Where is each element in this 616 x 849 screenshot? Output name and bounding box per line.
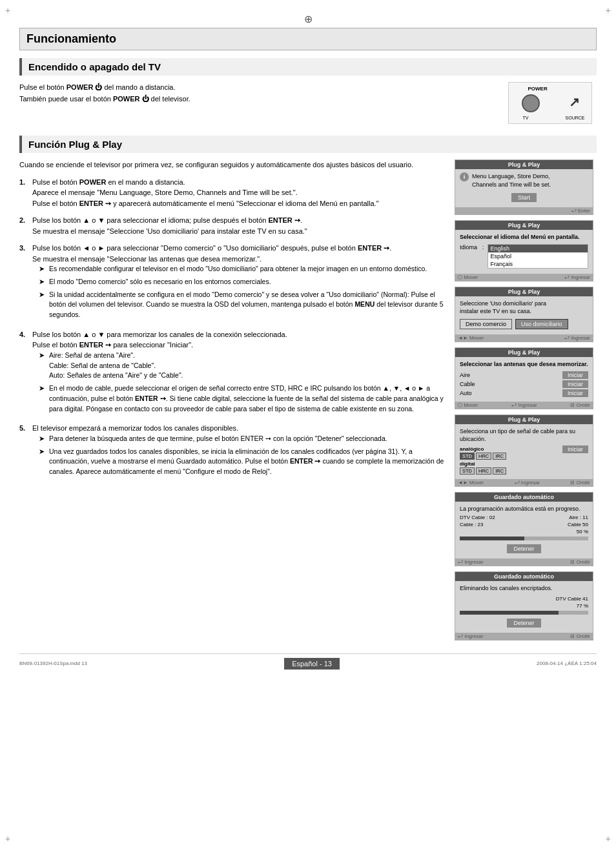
ui-screen-2: Plug & Play Seleccionar el idioma del Me… <box>455 220 593 281</box>
section1-title: Funcionamiento <box>26 32 116 45</box>
screen2-footer-left: ⬡ Mover <box>458 274 478 280</box>
screen2-footer: ⬡ Mover ⮐ Ingresar <box>455 274 593 281</box>
screen1-info-text: Menu Language, Store Demo, Channels and … <box>472 172 551 189</box>
antenna-row-aire: Aire Iniciar <box>460 371 588 379</box>
screen1-footer: ⮐ Enter <box>455 207 593 214</box>
screen3-footer: ◄► Mover ⮐ Ingresar <box>455 334 593 342</box>
screen3-footer-left: ◄► Mover <box>458 335 484 341</box>
screen5-header: Selecciona un tipo de señal de cable par… <box>460 427 588 444</box>
corner-tr-mark: + <box>606 5 611 15</box>
ui-screen-6: Guardado automático La programación auto… <box>455 492 593 567</box>
top-crosshair-icon: ⊕ <box>19 13 597 25</box>
analog-section: analógico STD HRC IRC <box>460 446 559 460</box>
idioma-colon: : <box>482 244 484 251</box>
screen5-iniciar-wrap: Iniciar <box>562 446 588 453</box>
screen6-cable-val: Cable : 23 <box>460 522 483 527</box>
screen6-stats-row: DTV Cable : 02 Aire : 11 <box>460 515 588 520</box>
encendido-header: Encendido o apagado del TV <box>19 58 597 76</box>
analog-std[interactable]: STD <box>460 453 475 460</box>
remote-image-area: POWER ↗ TV SOURCE <box>503 82 597 124</box>
digital-irc[interactable]: IRC <box>493 467 506 475</box>
screen6-cable-row: Cable : 23 Cable 50 <box>460 522 588 527</box>
digital-std[interactable]: STD <box>460 467 475 475</box>
digital-section: digital STD HRC IRC <box>460 461 559 475</box>
uso-domiciliario-btn[interactable]: Uso domiciliario <box>515 319 568 329</box>
screen7-right-text: DTV Cable 41 <box>460 596 588 602</box>
screen5-footer-left: ◄► Mover <box>458 480 484 486</box>
source-label: SOURCE <box>566 116 585 120</box>
screen3-btn-row: Demo comercio Uso domiciliario <box>460 319 588 329</box>
screen4-footer-mid: ⮐ Ingresar <box>511 402 537 408</box>
step-5-content: El televisor empezará a memorizar todos … <box>32 423 444 480</box>
arrow-icon: ↗ <box>569 94 580 110</box>
screen4-body: Seleccionar las antenas que desea memori… <box>455 357 593 402</box>
screen5-body: Selecciona un tipo de señal de cable par… <box>455 424 593 479</box>
analog-hrc[interactable]: HRC <box>476 453 491 460</box>
screen6-title: Guardado automático <box>455 493 593 502</box>
ui-screen-5: Plug & Play Selecciona un tipo de señal … <box>455 414 593 487</box>
step-4-content: Pulse los botón ▲ o ▼ para memorizar los… <box>32 329 444 417</box>
antenna-row-auto: Auto Iniciar <box>460 389 588 397</box>
screen4-footer-right: ⊟ Omitir <box>570 402 590 408</box>
aire-iniciar-btn[interactable]: Iniciar <box>562 371 588 379</box>
lang-francais[interactable]: Français <box>488 260 588 268</box>
screen2-lang-row: Idioma : English Español Français <box>460 244 588 271</box>
plug-play-title: Función Plug & Play <box>28 139 122 150</box>
digital-hrc[interactable]: HRC <box>476 467 491 475</box>
right-column: Plug & Play i Menu Language, Store Demo,… <box>455 159 597 646</box>
screen1-body: i Menu Language, Store Demo, Channels an… <box>455 169 593 207</box>
screen5-footer-mid: ⮐ Ingresar <box>515 480 540 486</box>
lang-english[interactable]: English <box>488 245 588 252</box>
screen5-left-options: analógico STD HRC IRC digital <box>460 446 559 476</box>
language-box: English Español Français <box>488 244 588 269</box>
screen7-title: Guardado automático <box>455 572 593 581</box>
screen1-start-btn-wrap: Start <box>460 191 588 204</box>
antenna-row-cable: Cable Iniciar <box>460 380 588 388</box>
screen4-title: Plug & Play <box>455 348 593 357</box>
detener-btn-6[interactable]: Detener <box>507 544 540 553</box>
start-button[interactable]: Start <box>511 193 537 202</box>
screen2-footer-right: ⮐ Ingresar <box>564 274 590 280</box>
step-4-num: 4. <box>19 329 28 417</box>
screen6-progress-bar-outer <box>460 537 588 540</box>
screen6-progress-bar-inner <box>460 537 524 540</box>
auto-iniciar-btn[interactable]: Iniciar <box>562 389 588 397</box>
footer-left: BN68-01392H-01Spa.indd 13 <box>19 660 87 666</box>
digital-options: STD HRC IRC <box>460 467 559 475</box>
screen7-detener-wrap: Detener <box>460 617 588 629</box>
screen6-dtv-cable: DTV Cable : 02 <box>460 515 495 520</box>
step-3-note-2: ➤ El modo "Demo comercio" sólo es necesa… <box>39 277 444 287</box>
screen5-title: Plug & Play <box>455 415 593 424</box>
main-layout: Cuando se enciende el televisor por prim… <box>19 159 597 646</box>
footer-center: Español - 13 <box>284 658 340 670</box>
screen4-header: Seleccionar las antenas que desea memori… <box>460 360 588 369</box>
screen2-header: Seleccionar el idioma del Menú en pantal… <box>460 233 588 241</box>
left-column: Cuando se enciende el televisor por prim… <box>19 159 444 646</box>
analog-irc[interactable]: IRC <box>493 453 506 460</box>
idioma-label: Idioma <box>460 244 479 251</box>
screen7-progress-bar-outer <box>460 611 588 615</box>
demo-comercio-btn[interactable]: Demo comercio <box>460 319 512 329</box>
screen7-header: Eliminando los canales encriptados. <box>460 584 588 593</box>
screen7-footer-right: ⊟ Omitir <box>570 633 590 639</box>
auto-label: Auto <box>460 390 472 396</box>
step-1: 1. Pulse el botón POWER en el mando a di… <box>19 177 444 209</box>
intro-text: Cuando se enciende el televisor por prim… <box>19 159 444 170</box>
aire-label: Aire <box>460 372 470 378</box>
step-5-note-1: ➤ Para detener la búsqueda antes de que … <box>39 434 444 444</box>
encendido-text: Pulse el botón POWER ⏻ del mando a dista… <box>19 82 497 105</box>
screen4-footer: ⬡ Mover ⮐ Ingresar ⊟ Omitir <box>455 402 593 409</box>
analog-label: analógico <box>460 446 559 452</box>
cable-iniciar-btn[interactable]: Iniciar <box>562 380 588 388</box>
screen6-footer-mid: ⮐ Ingresar <box>458 559 484 565</box>
plug-play-header: Función Plug & Play <box>19 136 597 153</box>
screen5-footer-right: ⊟ Omitir <box>570 480 590 486</box>
lang-espanol[interactable]: Español <box>488 252 588 260</box>
power-label: POWER <box>528 86 548 92</box>
step-4: 4. Pulse los botón ▲ o ▼ para memorizar … <box>19 329 444 417</box>
detener-btn-7[interactable]: Detener <box>507 619 540 628</box>
cable-type-iniciar-btn[interactable]: Iniciar <box>562 445 588 453</box>
screen6-footer-right: ⊟ Omitir <box>570 559 590 565</box>
analog-options: STD HRC IRC <box>460 453 559 460</box>
screen2-body: Seleccionar el idioma del Menú en pantal… <box>455 230 593 274</box>
